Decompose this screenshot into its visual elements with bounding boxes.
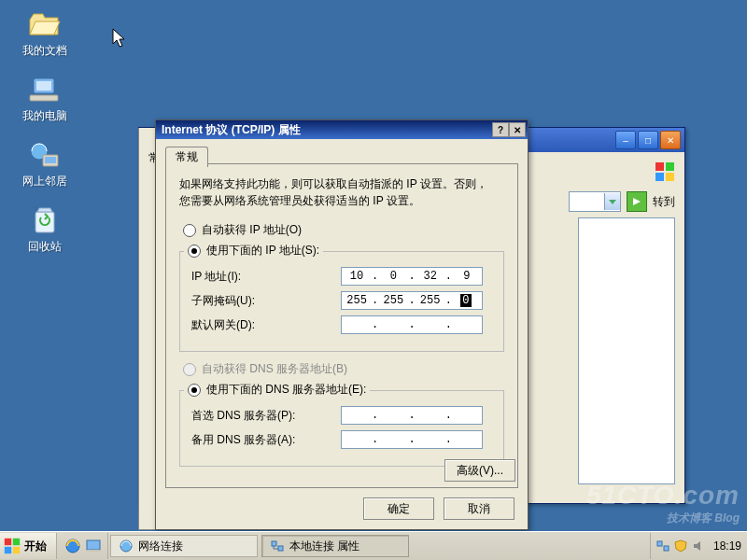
ie-icon[interactable] xyxy=(64,538,81,554)
svg-rect-7 xyxy=(655,162,664,171)
system-tray: 18:19 xyxy=(650,533,747,559)
fieldset-dns: 使用下面的 DNS 服务器地址(E): 首选 DNS 服务器(P): . . .… xyxy=(179,390,504,467)
taskbar-item-network-connections[interactable]: 网络连接 xyxy=(110,535,258,557)
svg-rect-19 xyxy=(272,541,276,546)
svg-rect-9 xyxy=(655,173,664,181)
radio-icon xyxy=(183,224,196,237)
address-combo[interactable] xyxy=(569,191,621,212)
network-connections-icon xyxy=(119,539,134,553)
hint-text: 如果网络支持此功能，则可以获取自动指派的 IP 设置。否则， 您需要从网络系统管… xyxy=(179,175,504,209)
desktop-icon-my-documents[interactable]: 我的文档 xyxy=(9,7,79,59)
explorer-content-panel xyxy=(578,217,675,484)
label-ip-address: IP 地址(I): xyxy=(191,269,341,285)
close-button[interactable]: ✕ xyxy=(660,131,681,149)
desktop-icon-network-places[interactable]: 网上邻居 xyxy=(9,138,79,189)
input-subnet-mask[interactable]: 255. 255. 255. 0 xyxy=(341,291,483,310)
clock[interactable]: 18:19 xyxy=(713,539,741,553)
start-button[interactable]: 开始 xyxy=(0,533,57,559)
start-label: 开始 xyxy=(24,539,47,554)
address-bar-row: 转到 xyxy=(569,191,675,212)
desktop-icon-recycle-bin[interactable]: 回收站 xyxy=(9,203,79,255)
input-preferred-dns[interactable]: . . . xyxy=(341,406,483,425)
svg-rect-8 xyxy=(666,162,674,171)
dialog-tcpip-properties: Internet 协议 (TCP/IP) 属性 ? ✕ 常规 如果网络支持此功能… xyxy=(155,119,529,530)
tab-panel-general: 如果网络支持此功能，则可以获取自动指派的 IP 设置。否则， 您需要从网络系统管… xyxy=(165,163,518,488)
dialog-titlebar[interactable]: Internet 协议 (TCP/IP) 属性 ? ✕ xyxy=(156,120,528,139)
desktop-icon-label: 我的文档 xyxy=(9,43,79,59)
folder-open-icon xyxy=(28,7,62,41)
recycle-bin-icon xyxy=(28,203,62,237)
svg-rect-20 xyxy=(278,546,283,551)
svg-rect-21 xyxy=(657,541,662,546)
task-label: 本地连接 属性 xyxy=(289,539,359,554)
go-label: 转到 xyxy=(653,194,675,210)
radio-auto-ip[interactable]: 自动获得 IP 地址(O) xyxy=(183,222,504,238)
svg-rect-13 xyxy=(5,547,11,553)
dialog-title: Internet 协议 (TCP/IP) 属性 xyxy=(162,122,301,138)
input-alternate-dns[interactable]: . . . xyxy=(341,430,483,449)
dialog-buttons: 确定 取消 xyxy=(363,497,514,520)
svg-rect-11 xyxy=(5,539,11,545)
cursor-icon xyxy=(112,28,127,51)
maximize-button[interactable]: □ xyxy=(638,131,658,149)
svg-rect-10 xyxy=(666,173,674,181)
advanced-button[interactable]: 高级(V)... xyxy=(444,459,515,482)
close-button[interactable]: ✕ xyxy=(509,122,526,137)
tabstrip: 常规 xyxy=(165,147,208,167)
svg-rect-17 xyxy=(87,550,100,552)
svg-point-18 xyxy=(120,540,132,552)
network-places-icon xyxy=(28,138,62,172)
label-alternate-dns: 备用 DNS 服务器(A): xyxy=(191,432,341,448)
go-button[interactable] xyxy=(627,191,647,212)
help-button[interactable]: ? xyxy=(492,122,509,137)
label-preferred-dns: 首选 DNS 服务器(P): xyxy=(191,408,341,424)
desktop: 我的文档 我的电脑 网上邻居 回收站 – □ ✕ xyxy=(0,0,747,560)
label-subnet-mask: 子网掩码(U): xyxy=(191,293,341,309)
fieldset-ip: 使用下面的 IP 地址(S): IP 地址(I): 10. 0. 32. 9 子… xyxy=(179,251,504,352)
task-label: 网络连接 xyxy=(138,539,183,554)
svg-rect-22 xyxy=(664,546,669,551)
cancel-button[interactable]: 取消 xyxy=(444,497,514,520)
desktop-icon-my-computer[interactable]: 我的电脑 xyxy=(9,73,79,124)
input-default-gateway[interactable]: . . . xyxy=(341,315,483,334)
svg-rect-5 xyxy=(45,157,56,163)
radio-use-ip[interactable] xyxy=(188,245,201,258)
tray-shield-icon[interactable] xyxy=(674,539,687,553)
radio-auto-dns: 自动获得 DNS 服务器地址(B) xyxy=(183,361,504,377)
quicklaunch xyxy=(59,533,108,559)
tab-general[interactable]: 常规 xyxy=(165,147,208,167)
ok-button[interactable]: 确定 xyxy=(363,497,434,520)
desktop-icon-label: 我的电脑 xyxy=(9,108,79,124)
windows-flag-icon xyxy=(4,538,21,554)
desktop-icon-label: 网上邻居 xyxy=(9,174,79,189)
radio-label: 自动获得 IP 地址(O) xyxy=(202,222,302,238)
minimize-button[interactable]: – xyxy=(615,131,636,149)
taskbar-item-lan-properties[interactable]: 本地连接 属性 xyxy=(261,535,409,557)
tray-volume-icon[interactable] xyxy=(692,539,705,553)
computer-icon xyxy=(28,73,62,106)
svg-rect-14 xyxy=(13,547,20,553)
svg-rect-12 xyxy=(13,539,20,545)
taskbar: 开始 网络连接 本地连接 属性 18:19 xyxy=(0,531,747,560)
svg-rect-1 xyxy=(36,81,51,91)
radio-label: 自动获得 DNS 服务器地址(B) xyxy=(202,361,347,377)
input-ip-address[interactable]: 10. 0. 32. 9 xyxy=(341,267,483,286)
radio-icon xyxy=(183,363,196,376)
svg-rect-2 xyxy=(30,95,58,101)
lan-properties-icon xyxy=(270,539,285,553)
radio-use-dns[interactable] xyxy=(188,384,201,397)
windows-flag-icon xyxy=(655,161,675,182)
desktop-icon-label: 回收站 xyxy=(9,239,79,255)
show-desktop-icon[interactable] xyxy=(85,538,102,554)
tray-lan-icon[interactable] xyxy=(656,539,669,553)
chevron-down-icon xyxy=(604,193,620,210)
radio-label: 使用下面的 IP 地址(S): xyxy=(206,243,319,259)
svg-rect-16 xyxy=(87,540,100,550)
label-default-gateway: 默认网关(D): xyxy=(191,317,341,333)
radio-label: 使用下面的 DNS 服务器地址(E): xyxy=(206,382,366,398)
